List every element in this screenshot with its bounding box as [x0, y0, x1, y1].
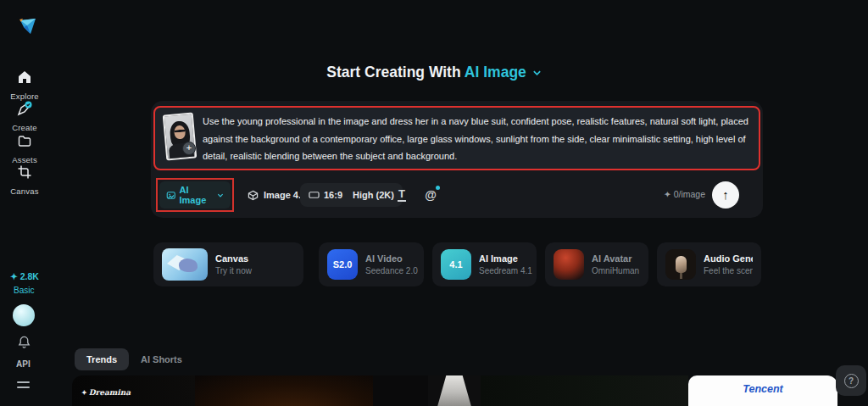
watermark-text: Dreamina	[89, 388, 131, 397]
seedream-icon: 4.1	[441, 249, 471, 280]
trend-thumbnail[interactable]	[195, 375, 373, 406]
sidebar-item-create[interactable]: Create	[0, 101, 49, 134]
sidebar-item-assets[interactable]: Assets	[0, 133, 49, 166]
trend-thumbnail[interactable]	[481, 375, 688, 406]
card-subtitle: OmniHuman	[592, 266, 639, 275]
watermark-star-icon: ✦	[81, 389, 87, 397]
folder-icon	[0, 133, 49, 148]
credit-cost-value: 0/image	[674, 189, 705, 199]
composer-toolbar: AI Image Image 4.1 16:9 High (2K) T @ ✦	[151, 175, 763, 214]
model-cube-icon	[248, 190, 259, 201]
sidebar-item-canvas[interactable]: Canvas	[0, 164, 49, 197]
trend-thumbnail[interactable]: ✦Dreamina	[72, 375, 195, 406]
app-root: Explore Create Assets Canvas ✦ 2.8K Basi…	[0, 0, 868, 406]
notifications-bell-icon[interactable]	[17, 335, 31, 353]
title-mode-label: AI Image	[465, 64, 526, 81]
seedance-icon: S2.0	[327, 249, 358, 280]
trend-thumbnail[interactable]	[373, 375, 428, 406]
ratio-quality-selector[interactable]: 16:9 High (2K)	[300, 183, 403, 207]
text-tool-button[interactable]: T	[390, 183, 414, 207]
mention-button[interactable]: @	[419, 183, 442, 207]
statue-art	[436, 375, 473, 406]
mode-dropdown[interactable]: AI Image	[159, 181, 231, 209]
sidebar-item-label: Explore	[10, 92, 39, 101]
quality-label: High (2K)	[353, 190, 394, 200]
chevron-down-icon	[532, 70, 542, 76]
trends-strip: ✦Dreamina Tencent	[72, 375, 837, 406]
image-icon	[166, 190, 176, 201]
badge-text: S2.0	[333, 259, 353, 270]
tab-ai-shorts[interactable]: AI Shorts	[129, 348, 194, 370]
prompt-composer: + Use the young professional in the imag…	[151, 101, 763, 218]
card-title: AI Video	[365, 253, 418, 264]
card-ai-avatar[interactable]: AI Avatar OmniHuman	[545, 242, 648, 286]
card-title: AI Image	[479, 253, 532, 264]
plan-badge[interactable]: Basic	[14, 286, 34, 295]
add-reference-button[interactable]: +	[182, 142, 196, 155]
card-ai-video[interactable]: S2.0 AI Video Seedance 2.0	[319, 242, 424, 286]
generate-button[interactable]: ↑	[712, 181, 739, 209]
dreamina-watermark: ✦Dreamina	[81, 388, 131, 397]
prompt-text[interactable]: Use the young professional in the image …	[203, 113, 750, 165]
card-title: Audio Genera	[704, 253, 753, 264]
card-audio-generation[interactable]: Audio Genera Feel the scene	[657, 242, 761, 286]
pegasus-art	[179, 259, 198, 272]
card-title: AI Avatar	[592, 253, 639, 264]
card-subtitle: Seedance 2.0	[365, 266, 418, 275]
ratio-option[interactable]: 16:9	[309, 190, 342, 200]
dreamina-logo-icon[interactable]	[14, 12, 42, 41]
card-ai-image[interactable]: 4.1 AI Image Seedream 4.1	[432, 242, 537, 286]
help-button[interactable]: ?	[836, 365, 866, 396]
question-mark-icon: ?	[844, 374, 859, 388]
annotation-box-mode: AI Image	[156, 178, 234, 212]
canvas-thumbnail	[162, 248, 208, 281]
title-mode-selector[interactable]: AI Image	[465, 64, 542, 81]
menu-icon[interactable]	[17, 381, 30, 392]
sidebar-item-label: Create	[12, 123, 37, 132]
sidebar-item-label: Canvas	[10, 186, 38, 196]
omnihuman-icon	[554, 249, 584, 280]
api-link[interactable]: API	[16, 359, 31, 369]
ratio-label: 16:9	[324, 190, 342, 200]
trend-thumbnail-tencent[interactable]: Tencent	[688, 375, 837, 406]
canvas-crop-icon	[0, 164, 49, 180]
notification-dot	[436, 186, 440, 190]
card-subtitle: Try it now	[215, 266, 252, 275]
page-title: Start Creating With AI Image	[0, 64, 868, 81]
card-canvas[interactable]: Canvas Try it now	[153, 242, 303, 286]
prompt-input[interactable]: + Use the young professional in the imag…	[153, 106, 760, 170]
user-avatar[interactable]	[13, 304, 35, 326]
pen-icon	[0, 101, 49, 116]
mode-dropdown-label: AI Image	[180, 185, 214, 205]
tab-trends[interactable]: Trends	[75, 348, 129, 370]
chevron-down-icon	[217, 192, 224, 198]
at-icon: @	[425, 188, 437, 202]
microphone-icon	[665, 249, 696, 280]
page-title-prefix: Start Creating With	[326, 64, 460, 81]
mic-art	[676, 256, 687, 273]
badge-text: 4.1	[449, 259, 462, 270]
text-tool-icon: T	[398, 189, 406, 202]
credit-cost: ✦ 0/image	[664, 189, 705, 199]
logo-glyph	[14, 12, 42, 41]
trend-thumbnail[interactable]	[428, 375, 481, 406]
card-subtitle: Seedream 4.1	[479, 266, 532, 275]
aspect-ratio-icon	[309, 191, 320, 199]
tencent-logo: Tencent	[743, 383, 782, 395]
card-subtitle: Feel the scene	[704, 266, 753, 275]
credits-badge[interactable]: ✦ 2.8K	[10, 271, 39, 281]
credits-value: 2.8K	[20, 271, 39, 281]
sidebar-item-label: Assets	[12, 155, 37, 164]
card-title: Canvas	[215, 253, 252, 264]
